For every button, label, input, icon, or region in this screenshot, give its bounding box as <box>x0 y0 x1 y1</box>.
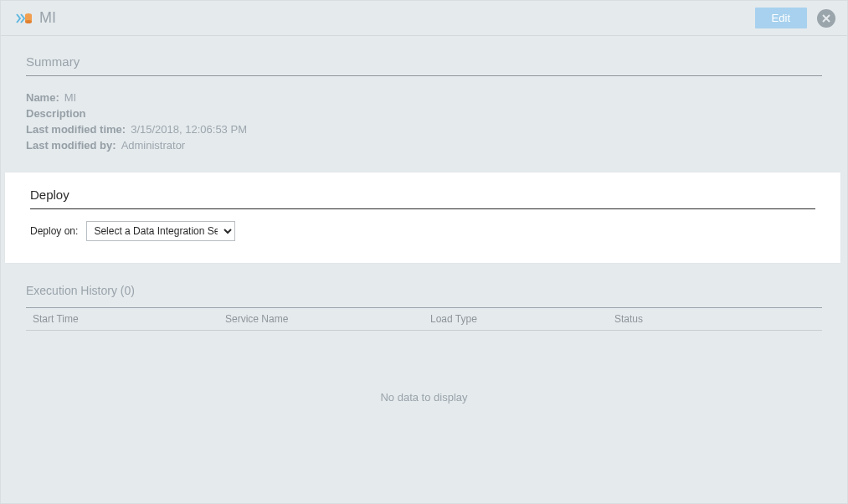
deploy-heading: Deploy <box>30 188 815 209</box>
column-service-name: Service Name <box>225 313 430 325</box>
deploy-on-label: Deploy on: <box>30 225 78 237</box>
summary-modified-time-row: Last modified time: 3/15/2018, 12:06:53 … <box>26 123 822 136</box>
last-modified-time-value: 3/15/2018, 12:06:53 PM <box>131 123 247 136</box>
header-bar: MI Edit <box>1 1 847 36</box>
header-left: MI <box>16 9 56 27</box>
description-label: Description <box>26 107 86 120</box>
last-modified-by-label: Last modified by: <box>26 139 116 152</box>
mass-ingestion-icon <box>16 12 33 25</box>
execution-history-section: Execution History (0) Start Time Service… <box>1 265 847 479</box>
column-start-time: Start Time <box>33 313 225 325</box>
last-modified-by-value: Administrator <box>121 139 186 152</box>
deploy-on-select[interactable]: Select a Data Integration Ser <box>86 221 235 241</box>
close-icon <box>822 14 830 23</box>
table-header-row: Start Time Service Name Load Type Status <box>26 308 822 331</box>
deploy-section: Deploy Deploy on: Select a Data Integrat… <box>5 172 840 263</box>
column-load-type: Load Type <box>430 313 614 325</box>
header-right: Edit <box>755 8 835 28</box>
last-modified-time-label: Last modified time: <box>26 123 126 136</box>
execution-history-table: Start Time Service Name Load Type Status… <box>26 307 822 464</box>
deploy-row: Deploy on: Select a Data Integration Ser <box>30 221 815 241</box>
edit-button[interactable]: Edit <box>755 8 807 28</box>
summary-name-row: Name: MI <box>26 91 822 104</box>
name-label: Name: <box>26 91 59 104</box>
close-button[interactable] <box>817 9 835 28</box>
no-data-message: No data to display <box>26 331 822 464</box>
page-title: MI <box>39 9 56 27</box>
content-area: Summary Name: MI Description Last modifi… <box>1 36 847 479</box>
name-value: MI <box>64 91 76 104</box>
summary-modified-by-row: Last modified by: Administrator <box>26 139 822 152</box>
app-container: MI Edit Summary Name: MI Description Las… <box>0 0 848 504</box>
column-status: Status <box>614 313 815 325</box>
summary-description-row: Description <box>26 107 822 120</box>
execution-history-heading: Execution History (0) <box>26 284 822 302</box>
summary-section: Summary Name: MI Description Last modifi… <box>1 36 847 170</box>
summary-heading: Summary <box>26 54 822 76</box>
svg-point-2 <box>25 20 32 23</box>
